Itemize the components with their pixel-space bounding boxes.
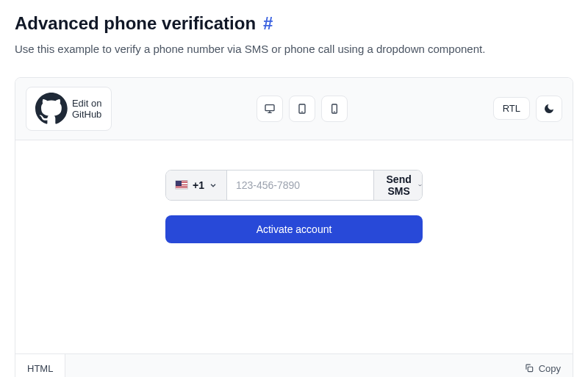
tab-html[interactable]: HTML: [15, 354, 65, 377]
rtl-toggle-button[interactable]: RTL: [493, 97, 530, 120]
moon-icon: [543, 103, 555, 115]
github-icon: [35, 93, 68, 125]
country-code-label: +1: [193, 179, 204, 191]
example-toolbar: Edit on GitHub RTL: [15, 78, 573, 140]
viewport-tablet-button[interactable]: [289, 96, 315, 122]
activate-account-button[interactable]: Activate account: [165, 215, 423, 243]
section-title: Advanced phone verification: [15, 13, 256, 34]
copy-label: Copy: [539, 363, 561, 374]
anchor-link[interactable]: #: [263, 13, 273, 34]
chevron-down-icon: [209, 181, 218, 190]
tablet-icon: [296, 103, 308, 115]
example-card: Edit on GitHub RTL +1: [15, 77, 573, 377]
mobile-icon: [329, 103, 340, 115]
send-sms-label: Send SMS: [384, 173, 413, 197]
desktop-icon: [264, 103, 276, 115]
country-code-dropdown[interactable]: +1: [166, 170, 227, 200]
svg-rect-0: [265, 105, 274, 111]
edit-on-github-label: Edit on GitHub: [72, 98, 102, 120]
code-tabs-row: HTML Copy: [15, 353, 573, 377]
chevron-down-icon: [417, 181, 423, 190]
copy-code-button[interactable]: Copy: [512, 354, 573, 377]
dark-mode-toggle-button[interactable]: [536, 96, 562, 122]
phone-number-input[interactable]: [227, 170, 373, 200]
section-description: Use this example to verify a phone numbe…: [15, 43, 573, 55]
demo-preview-area: +1 Send SMS Activate account: [15, 140, 573, 353]
viewport-desktop-button[interactable]: [257, 96, 283, 122]
copy-icon: [524, 363, 534, 373]
us-flag-icon: [175, 180, 188, 190]
svg-rect-7: [528, 367, 532, 371]
send-sms-dropdown[interactable]: Send SMS: [373, 170, 423, 200]
viewport-mobile-button[interactable]: [321, 96, 348, 122]
edit-on-github-button[interactable]: Edit on GitHub: [26, 87, 112, 131]
